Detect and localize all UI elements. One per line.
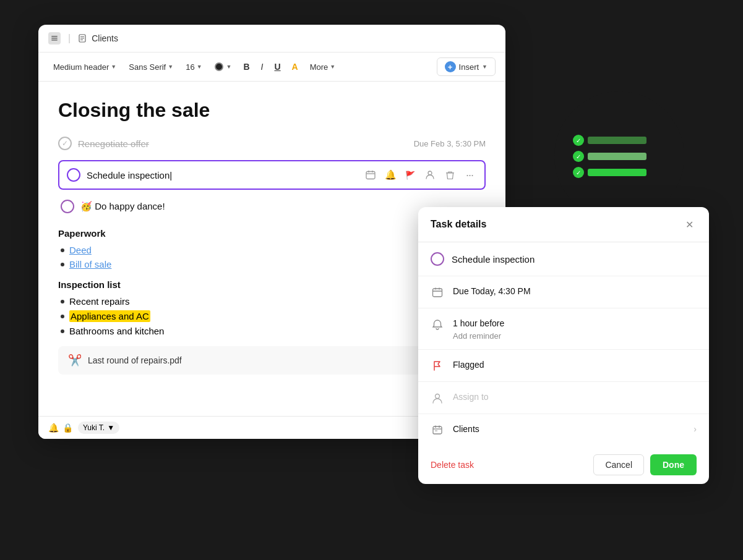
status-icons: 🔔 🔒	[48, 423, 73, 433]
task-left: Schedule inspection|	[67, 168, 172, 182]
document-name: Clients	[92, 33, 118, 43]
decoration-circle: ✓ ✓ ✓	[554, 91, 684, 221]
insert-chevron: ▼	[482, 64, 487, 70]
svg-rect-13	[433, 289, 442, 297]
bar-2	[588, 153, 646, 160]
happy-task-label: Do happy dance!	[95, 201, 165, 211]
font-size-chevron: ▼	[197, 64, 202, 70]
svg-rect-7	[366, 172, 375, 179]
insert-button[interactable]: + Insert ▼	[437, 57, 496, 76]
active-task-row[interactable]: Schedule inspection| 🔔 🚩 ···	[58, 160, 486, 190]
color-picker[interactable]: ▼	[210, 60, 237, 74]
circle-row-3: ✓	[573, 167, 666, 178]
flagged-content: Flagged	[453, 358, 697, 371]
font-chevron: ▼	[168, 64, 173, 70]
footer-actions: Cancel Done	[593, 454, 697, 475]
delete-task-button[interactable]: Delete task	[431, 460, 474, 470]
more-chevron: ▼	[330, 64, 335, 70]
flagged-row[interactable]: Flagged	[418, 350, 709, 382]
done-button[interactable]: Done	[650, 454, 697, 475]
location-panel-icon	[431, 423, 444, 437]
svg-rect-2	[51, 40, 58, 41]
completed-task-text: Renegotiate offer	[78, 138, 149, 149]
document-title: Closing the sale	[58, 99, 486, 122]
assign-content: Assign to	[453, 391, 697, 404]
user-name: Yuki T.	[83, 423, 105, 432]
more-label: More	[310, 62, 329, 72]
assign-row[interactable]: Assign to	[418, 382, 709, 414]
svg-point-11	[428, 171, 432, 175]
check-icon-3: ✓	[573, 167, 584, 178]
happy-emoji: 🥳	[80, 201, 92, 211]
underline-button[interactable]: U	[270, 59, 285, 74]
bold-button[interactable]: B	[239, 59, 254, 74]
font-size-dropdown[interactable]: 16 ▼	[181, 60, 207, 74]
color-chevron: ▼	[226, 64, 232, 70]
svg-point-17	[436, 394, 440, 399]
panel-task-circle	[431, 252, 444, 266]
person-icon[interactable]	[423, 168, 437, 182]
text-style-label: Medium header	[53, 62, 109, 72]
assign-text: Assign to	[453, 391, 697, 404]
flag-icon[interactable]: 🚩	[403, 168, 418, 182]
bullet-dot	[61, 263, 64, 266]
bullet-dot	[61, 300, 64, 303]
bill-of-sale-link[interactable]: Bill of sale	[69, 259, 111, 269]
flag-panel-icon	[431, 359, 444, 373]
task-actions: 🔔 🚩 ···	[363, 168, 477, 182]
color-dot	[215, 62, 223, 71]
reminder-row[interactable]: 1 hour before Add reminder	[418, 308, 709, 350]
italic-button[interactable]: I	[257, 59, 268, 74]
more-dropdown[interactable]: More ▼	[305, 60, 341, 74]
happy-task-circle	[61, 200, 74, 213]
bathrooms-text: Bathrooms and kitchen	[69, 326, 164, 336]
font-family-dropdown[interactable]: Sans Serif ▼	[124, 60, 178, 74]
active-task-text: Schedule inspection|	[87, 170, 172, 180]
title-bar: | Clients	[38, 25, 505, 53]
insert-plus-icon: +	[445, 61, 456, 72]
file-icon: ✂️	[68, 354, 82, 367]
app-icon	[48, 32, 61, 45]
completed-task-left: ✓ Renegotiate offer	[58, 137, 149, 150]
text-style-dropdown[interactable]: Medium header ▼	[48, 60, 121, 74]
location-chevron: ›	[694, 424, 697, 434]
highlight-label: A	[292, 62, 298, 72]
calendar-panel-icon	[431, 286, 444, 299]
doc-icon	[78, 34, 87, 43]
location-content: Clients	[453, 423, 685, 436]
more-icon[interactable]: ···	[462, 168, 477, 182]
highlight-button[interactable]: A	[288, 59, 303, 74]
calendar-icon[interactable]	[363, 168, 378, 182]
cancel-button[interactable]: Cancel	[593, 454, 644, 475]
bullet-dot	[61, 248, 64, 252]
active-task-label: Schedule inspection	[87, 170, 170, 180]
user-chevron: ▼	[107, 423, 114, 432]
circle-row-2: ✓	[573, 151, 666, 162]
due-date-row[interactable]: Due Today, 4:30 PM	[418, 276, 709, 308]
insert-label: Insert	[459, 62, 479, 72]
svg-rect-1	[51, 38, 58, 39]
deed-link[interactable]: Deed	[69, 245, 92, 255]
due-date-text: Due Today, 4:30 PM	[453, 285, 697, 298]
add-reminder-text[interactable]: Add reminder	[453, 331, 697, 341]
happy-task-text: 🥳 Do happy dance!	[80, 201, 165, 212]
check-icon-1: ✓	[573, 135, 584, 146]
completed-task-row[interactable]: ✓ Renegotiate offer Due Feb 3, 5:30 PM	[58, 137, 486, 150]
completed-check-icon: ✓	[58, 137, 72, 150]
person-panel-icon	[431, 391, 444, 405]
bar-1	[588, 137, 646, 144]
font-size-label: 16	[186, 62, 194, 72]
recent-repairs-text: Recent repairs	[69, 296, 130, 307]
trash-icon[interactable]	[442, 168, 457, 182]
bell-panel-icon	[431, 318, 444, 331]
bell-icon[interactable]: 🔔	[383, 168, 398, 182]
panel-title: Task details	[431, 219, 486, 230]
text-style-chevron: ▼	[111, 64, 116, 70]
user-badge[interactable]: Yuki T. ▼	[78, 422, 119, 434]
task-circle	[67, 168, 80, 182]
location-row[interactable]: Clients ›	[418, 414, 709, 446]
reminder-text: 1 hour before	[453, 317, 697, 330]
title-divider: |	[68, 33, 71, 44]
lock-status-icon: 🔒	[62, 423, 73, 433]
close-panel-button[interactable]: ✕	[682, 217, 697, 232]
